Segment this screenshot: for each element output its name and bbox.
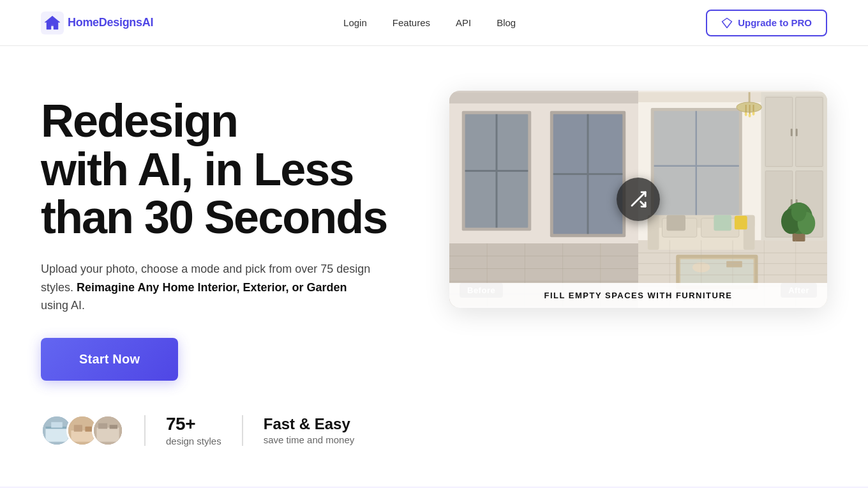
svg-rect-12 bbox=[98, 423, 107, 429]
svg-rect-3 bbox=[45, 427, 68, 441]
svg-rect-5 bbox=[51, 422, 63, 427]
shuffle-icon bbox=[629, 190, 648, 209]
shuffle-button[interactable] bbox=[617, 178, 660, 221]
avatar-stack bbox=[41, 415, 124, 446]
upgrade-button[interactable]: Upgrade to PRO bbox=[706, 10, 827, 36]
stat-subtitle: save time and money bbox=[264, 434, 355, 445]
svg-rect-87 bbox=[735, 216, 747, 230]
svg-rect-41 bbox=[796, 97, 823, 167]
svg-rect-40 bbox=[765, 97, 792, 167]
logo-link[interactable]: HomeDesignsAI bbox=[41, 11, 153, 34]
svg-rect-8 bbox=[74, 425, 82, 432]
stat-design-styles: 75+ design styles bbox=[166, 414, 221, 446]
svg-rect-7 bbox=[71, 431, 93, 442]
stat-label: design styles bbox=[166, 436, 221, 446]
diamond-icon bbox=[721, 17, 733, 29]
after-panel: After bbox=[638, 91, 827, 308]
upgrade-label: Upgrade to PRO bbox=[738, 17, 812, 28]
hero-left: Redesign with AI, in Less than 30 Second… bbox=[41, 84, 411, 446]
svg-point-58 bbox=[737, 102, 761, 112]
nav-api[interactable]: API bbox=[456, 17, 471, 28]
hero-heading: Redesign with AI, in Less than 30 Second… bbox=[41, 97, 411, 242]
svg-marker-1 bbox=[722, 18, 732, 27]
fill-label-rest: WITH FURNITURE bbox=[644, 291, 732, 300]
svg-point-64 bbox=[752, 112, 755, 116]
svg-point-52 bbox=[791, 202, 807, 222]
start-now-button[interactable]: Start Now bbox=[41, 338, 178, 381]
stat-number: 75+ bbox=[166, 414, 221, 434]
svg-point-62 bbox=[745, 112, 747, 116]
nav-blog[interactable]: Blog bbox=[497, 17, 516, 28]
stat-fast-easy: Fast & Easy save time and money bbox=[264, 415, 355, 445]
hero-section: Redesign with AI, in Less than 30 Second… bbox=[0, 46, 868, 487]
stat-title: Fast & Easy bbox=[264, 415, 355, 433]
logo-text: HomeDesignsAI bbox=[68, 16, 153, 29]
navbar: HomeDesignsAI Login Features API Blog Up… bbox=[0, 0, 868, 46]
svg-rect-25 bbox=[449, 92, 638, 103]
svg-rect-60 bbox=[749, 105, 751, 115]
svg-rect-44 bbox=[791, 128, 793, 136]
after-room-illustration bbox=[638, 91, 827, 308]
svg-rect-59 bbox=[745, 105, 747, 114]
before-room-illustration bbox=[449, 91, 638, 308]
stat-divider-2 bbox=[242, 415, 243, 446]
svg-rect-72 bbox=[714, 215, 731, 231]
fill-banner: FILL EMPTY SPACES WITH FURNITURE bbox=[449, 283, 827, 308]
svg-rect-9 bbox=[85, 427, 92, 432]
svg-rect-77 bbox=[726, 261, 742, 268]
svg-point-63 bbox=[749, 114, 751, 118]
nav-links: Login Features API Blog bbox=[343, 17, 516, 29]
before-after-container: Before bbox=[449, 91, 827, 308]
svg-rect-67 bbox=[648, 215, 659, 250]
stat-divider-1 bbox=[144, 415, 146, 446]
svg-rect-75 bbox=[680, 259, 753, 285]
svg-rect-11 bbox=[96, 427, 119, 441]
svg-rect-13 bbox=[110, 425, 117, 429]
before-panel: Before bbox=[449, 91, 638, 308]
hero-subtext: Upload your photo, choose a mode and pic… bbox=[41, 260, 373, 315]
nav-features[interactable]: Features bbox=[393, 17, 430, 28]
stats-row: 75+ design styles Fast & Easy save time … bbox=[41, 414, 411, 446]
logo-icon bbox=[41, 11, 64, 34]
avatar-3 bbox=[92, 415, 124, 446]
fill-label-bold: FILL EMPTY SPACES bbox=[544, 291, 644, 300]
svg-rect-71 bbox=[666, 215, 685, 231]
nav-login[interactable]: Login bbox=[343, 17, 367, 28]
svg-rect-45 bbox=[796, 128, 798, 136]
